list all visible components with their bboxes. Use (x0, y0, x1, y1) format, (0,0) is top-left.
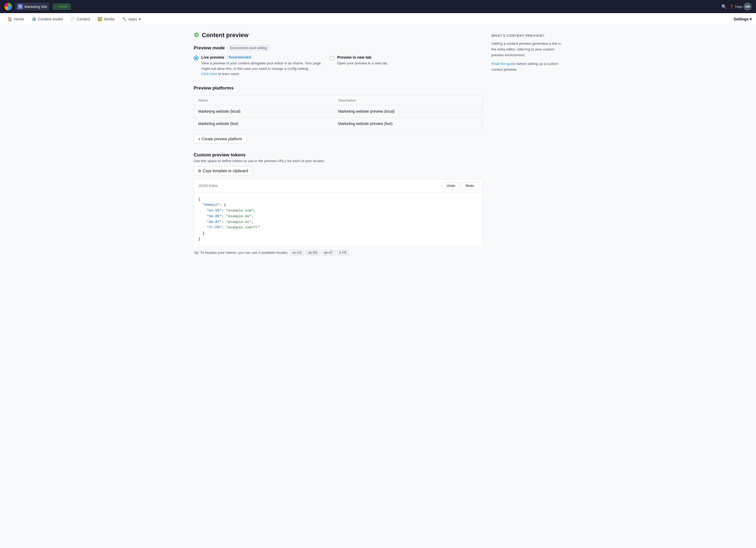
new-tab-preview-label: Preview in new tab (337, 55, 388, 59)
description-column-header: Description (338, 98, 478, 102)
preview-platforms-title: Preview platforms (194, 85, 483, 91)
nav-apps[interactable]: 🔧 Apps ▾ (119, 15, 144, 23)
locale-chip-de-de: de-DE (306, 250, 320, 255)
env-level-badge: Environment-level setting (227, 45, 269, 51)
live-preview-content: Live preview Recommended View a preview … (201, 55, 321, 77)
create-preview-platform-button[interactable]: + Create preview platform (194, 134, 247, 143)
new-tab-preview-radio[interactable] (329, 56, 334, 61)
preview-platforms-table: Name Description Marketing website (loca… (194, 95, 483, 130)
json-editor-header: JSON Editor Undo Redo (194, 179, 482, 192)
settings-chevron-icon: ▾ (750, 17, 752, 21)
new-tab-preview-content: Preview in new tab Open your preview in … (337, 55, 388, 66)
site-icon: TE (17, 4, 23, 9)
page-container: ⚙ Content preview Preview mode Environme… (187, 25, 569, 271)
preview-platforms-section: Preview platforms Name Description Marke… (194, 85, 483, 143)
platform-name-1: Marketing website (local) (198, 109, 338, 113)
nav-media[interactable]: 🖼️ Media (94, 15, 118, 23)
page-title: ⚙ Content preview (194, 32, 483, 39)
preview-mode-section: Preview mode Environment-level setting L… (194, 45, 483, 77)
live-preview-radio[interactable] (194, 56, 199, 61)
live-preview-label: Live preview Recommended (201, 55, 321, 59)
nav-actions: 🔍 ❓ Help AM (720, 2, 752, 11)
new-tab-preview-desc: Open your preview in a new tab. (337, 61, 388, 66)
live-preview-desc: View a preview of your content alongside… (201, 61, 321, 77)
branch-selector[interactable]: ⬦ master (53, 4, 71, 10)
content-model-icon: ⚙️ (32, 17, 36, 21)
nav-content[interactable]: 📄 Content (67, 15, 93, 23)
custom-tokens-title: Custom preview tokens (194, 152, 483, 158)
platform-name-2: Marketing website (live) (198, 121, 338, 126)
secondary-nav: 🏠 Home ⚙️ Content model 📄 Content 🖼️ Med… (0, 13, 756, 25)
apps-chevron-icon: ▾ (139, 17, 141, 21)
help-icon: ❓ (730, 5, 734, 9)
undo-button[interactable]: Undo (443, 182, 459, 189)
branch-name: master (58, 5, 68, 8)
json-editor-actions: Undo Redo (443, 182, 478, 189)
locale-chip-de-at: de-AT (322, 250, 335, 255)
nav-home[interactable]: 🏠 Home (4, 15, 27, 23)
search-button[interactable]: 🔍 (720, 2, 728, 11)
platform-desc-2: Marketing website preview (live) (338, 121, 478, 126)
avatar[interactable]: AM (743, 2, 752, 11)
sidebar: WHAT'S CONTENT PREVIEW? Adding a content… (491, 32, 562, 264)
new-tab-preview-option[interactable]: Preview in new tab Open your preview in … (329, 55, 388, 66)
sidebar-body-2: Read the guide before setting up a custo… (491, 61, 562, 73)
app-logo[interactable] (4, 3, 12, 10)
help-button[interactable]: ❓ Help (730, 5, 742, 9)
tip-bar: Tip: To localize your tokens, you can us… (194, 250, 483, 255)
json-editor: JSON Editor Undo Redo { "domain": { "en-… (194, 179, 483, 247)
preview-mode-title: Preview mode Environment-level setting (194, 45, 483, 51)
locale-chip-fr-fr: fr-FR (337, 250, 349, 255)
sidebar-body-1: Adding a content preview generates a lin… (491, 41, 562, 58)
click-here-link[interactable]: Click here (201, 72, 217, 76)
gear-icon: ⚙ (194, 32, 199, 39)
read-guide-link[interactable]: Read the guide (491, 62, 515, 66)
site-name: Marketing Site (25, 5, 47, 9)
recommended-badge: Recommended (226, 55, 253, 59)
redo-button[interactable]: Redo (461, 182, 478, 189)
help-label: Help (735, 5, 742, 9)
copy-template-button[interactable]: ⧉ Copy template to clipboard (194, 166, 253, 176)
apps-icon: 🔧 (122, 17, 127, 21)
json-content[interactable]: { "domain": { "en-US": "example.com", "d… (194, 192, 482, 246)
custom-tokens-section: Custom preview tokens Use this space to … (194, 152, 483, 255)
nav-content-model[interactable]: ⚙️ Content model (28, 15, 66, 23)
settings-link[interactable]: Settings ▾ (734, 17, 752, 21)
copy-icon: ⧉ (198, 169, 201, 173)
media-icon: 🖼️ (98, 17, 102, 21)
content-icon: 📄 (70, 17, 75, 21)
home-icon: 🏠 (8, 17, 12, 21)
tip-text: Tip: To localize your tokens, you can us… (194, 250, 288, 254)
live-preview-option[interactable]: Live preview Recommended View a preview … (194, 55, 321, 77)
branch-icon: ⬦ (55, 5, 57, 8)
json-editor-label: JSON Editor (198, 184, 218, 188)
sidebar-title: WHAT'S CONTENT PREVIEW? (491, 34, 562, 38)
site-selector[interactable]: TE Marketing Site (15, 3, 49, 10)
table-row[interactable]: Marketing website (local) Marketing webs… (194, 105, 482, 118)
top-nav: TE Marketing Site ⬦ master 🔍 ❓ Help AM (0, 0, 756, 13)
locale-chip-en-us: en-US (290, 250, 304, 255)
platform-desc-1: Marketing website preview (local) (338, 109, 478, 113)
name-column-header: Name (198, 98, 338, 102)
table-header: Name Description (194, 95, 482, 105)
preview-mode-options: Live preview Recommended View a preview … (194, 55, 483, 77)
table-row[interactable]: Marketing website (live) Marketing websi… (194, 118, 482, 130)
main-content: ⚙ Content preview Preview mode Environme… (194, 32, 483, 264)
custom-tokens-desc: Use this space to define tokens to use i… (194, 159, 483, 163)
